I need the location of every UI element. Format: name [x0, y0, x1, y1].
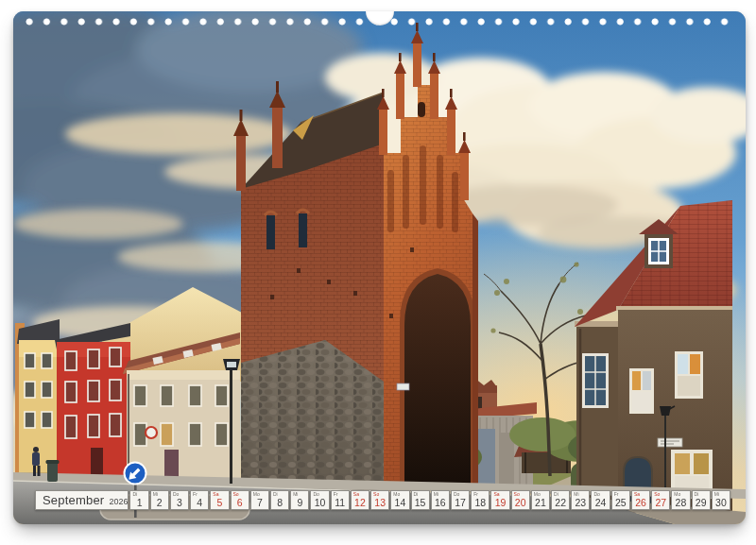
day-weekday-abbr: Fr: [473, 492, 478, 497]
day-weekday-abbr: Mi: [293, 492, 298, 497]
calendar-day-cell: So27: [651, 490, 670, 510]
day-number: 22: [552, 498, 569, 508]
day-number: 26: [632, 498, 649, 508]
day-weekday-abbr: So: [233, 492, 239, 497]
day-number: 23: [572, 498, 589, 508]
day-number: 4: [191, 498, 208, 508]
day-weekday-abbr: Sa: [213, 492, 218, 497]
day-weekday-abbr: So: [654, 492, 660, 497]
calendar-photo: [13, 11, 746, 524]
day-number: 14: [391, 498, 408, 508]
calendar-day-cell: Do17: [451, 490, 470, 510]
gate-arch-opening: [404, 274, 471, 491]
day-weekday-abbr: Fr: [193, 492, 198, 497]
day-number: 1: [130, 498, 147, 508]
day-weekday-abbr: Mo: [534, 492, 541, 497]
calendar-day-cell: So13: [370, 490, 389, 510]
calendar-day-cell: Sa19: [490, 490, 509, 510]
day-weekday-abbr: Do: [313, 492, 318, 497]
calendar-day-cell: Fr11: [331, 490, 350, 510]
month-name: September: [43, 493, 104, 507]
day-weekday-abbr: Di: [273, 492, 278, 497]
calendar-day-cell: Mi30: [712, 490, 730, 510]
day-weekday-abbr: Mi: [153, 492, 158, 497]
day-weekday-abbr: Di: [414, 492, 419, 497]
day-weekday-abbr: Mo: [253, 492, 260, 497]
calendar-day-cell: Di1: [129, 490, 148, 510]
day-number: 28: [672, 498, 689, 508]
calendar-day-cell: Di8: [270, 490, 289, 510]
day-number: 15: [412, 498, 429, 508]
calendar-day-cell: So6: [231, 490, 249, 510]
day-weekday-abbr: Di: [132, 492, 137, 497]
day-weekday-abbr: Mo: [674, 492, 680, 497]
day-number: 29: [693, 498, 710, 508]
day-weekday-abbr: Sa: [493, 492, 499, 497]
day-weekday-abbr: So: [373, 492, 379, 497]
day-number: 11: [332, 498, 349, 508]
calendar-page: September 2026 Di1Mi2Do3Fr4Sa5So6Mo7Di8M…: [13, 11, 746, 524]
day-weekday-abbr: Mo: [393, 492, 400, 497]
day-number: 9: [291, 498, 308, 508]
day-number: 21: [532, 498, 549, 508]
waste-bin: [46, 460, 60, 482]
day-number: 25: [612, 498, 629, 508]
day-number: 12: [352, 498, 369, 508]
calendar-day-cell: Fr18: [471, 490, 490, 510]
day-number: 8: [271, 498, 288, 508]
day-number: 19: [491, 498, 508, 508]
day-weekday-abbr: Do: [173, 492, 179, 497]
day-weekday-abbr: Sa: [634, 492, 640, 497]
day-weekday-abbr: Di: [695, 492, 699, 497]
calendar-day-cell: Mo7: [250, 490, 269, 510]
calendar-day-cell: Di15: [411, 490, 430, 510]
calendar-day-cell: Mi23: [571, 490, 590, 510]
day-weekday-abbr: Do: [593, 492, 599, 497]
day-number: 27: [652, 498, 669, 508]
calendar-day-cell: Mo14: [390, 490, 409, 510]
month-label-box: September 2026: [35, 490, 129, 510]
calendar-day-cell: Fr25: [611, 490, 630, 510]
day-number: 18: [472, 498, 489, 508]
calendar-day-cell: Mo21: [531, 490, 550, 510]
calendar-day-cell: Mi16: [431, 490, 450, 510]
day-number: 17: [452, 498, 469, 508]
day-weekday-abbr: Sa: [353, 492, 359, 497]
day-number: 5: [211, 498, 228, 508]
red-house: [55, 323, 130, 489]
day-weekday-abbr: Di: [554, 492, 558, 497]
calendar-day-cell: Mi9: [290, 490, 309, 510]
day-number: 13: [371, 498, 388, 508]
street-name-plate: [658, 438, 682, 447]
calendar-day-cell: Di29: [692, 490, 711, 510]
calendar-day-cell: Sa5: [210, 490, 229, 510]
day-number: 20: [512, 498, 529, 508]
calendar-day-cell: Do3: [170, 490, 189, 510]
calendar-day-cell: Di22: [551, 490, 570, 510]
calendar-day-cell: Do24: [591, 490, 610, 510]
calendar-day-cell: Sa26: [631, 490, 650, 510]
day-weekday-abbr: Fr: [334, 492, 338, 497]
day-weekday-abbr: Fr: [614, 492, 619, 497]
calendar-day-cell: Mi2: [150, 490, 169, 510]
calendar-strip: September 2026 Di1Mi2Do3Fr4Sa5So6Mo7Di8M…: [35, 490, 730, 510]
day-weekday-abbr: So: [514, 492, 520, 497]
day-number: 16: [432, 498, 449, 508]
day-number: 6: [232, 498, 249, 508]
day-number: 3: [171, 498, 188, 508]
calendar-day-cell: Sa12: [351, 490, 369, 510]
day-number: 2: [151, 498, 168, 508]
calendar-day-cell: Fr4: [190, 490, 209, 510]
no-entry-sign-icon: [146, 427, 157, 438]
calendar-day-cell: So20: [511, 490, 530, 510]
day-number: 30: [713, 498, 730, 508]
day-weekday-abbr: Mi: [434, 492, 438, 497]
calendar-day-cell: Do10: [310, 490, 329, 510]
day-number: 24: [592, 498, 609, 508]
calendar-day-cell: Mo28: [671, 490, 690, 510]
day-weekday-abbr: Do: [454, 492, 459, 497]
day-weekday-abbr: Mi: [574, 492, 578, 497]
month-year: 2026: [109, 497, 128, 506]
day-number: 10: [311, 498, 328, 508]
day-number: 7: [251, 498, 268, 508]
